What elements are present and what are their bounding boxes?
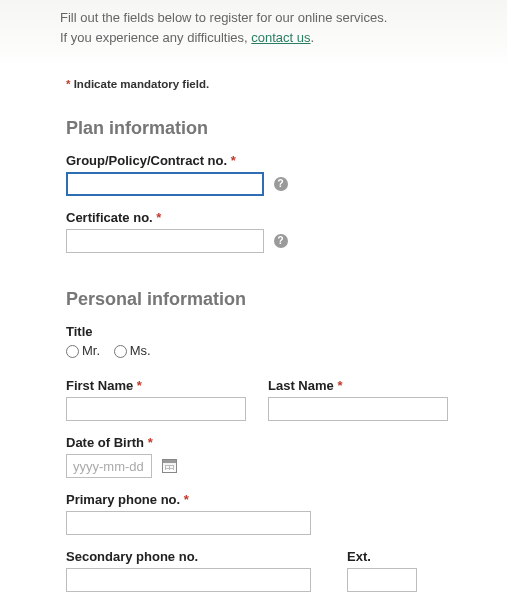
mandatory-note: * Indicate mandatory field.: [66, 78, 447, 90]
mandatory-text: Indicate mandatory field.: [70, 78, 209, 90]
secondary-phone-label: Secondary phone no.: [66, 549, 311, 564]
radio-ms[interactable]: [114, 345, 127, 358]
plan-info-heading: Plan information: [66, 118, 447, 139]
radio-mr[interactable]: [66, 345, 79, 358]
contact-us-link[interactable]: contact us: [251, 30, 310, 45]
last-name-label: Last Name *: [268, 378, 448, 393]
primary-phone-label: Primary phone no. *: [66, 492, 447, 507]
intro-line2: If you experience any difficulties, cont…: [60, 28, 447, 48]
cert-no-field: Certificate no. * ?: [66, 210, 447, 253]
intro-line2-pre: If you experience any difficulties,: [60, 30, 251, 45]
title-radios: Mr. Ms.: [66, 343, 447, 358]
cert-no-label: Certificate no. *: [66, 210, 447, 225]
help-icon[interactable]: ?: [274, 234, 288, 248]
first-name-label: First Name *: [66, 378, 246, 393]
help-icon[interactable]: ?: [274, 177, 288, 191]
ext-field: Ext.: [347, 549, 417, 592]
calendar-icon[interactable]: [162, 459, 177, 473]
ext-label: Ext.: [347, 549, 417, 564]
group-no-input[interactable]: [66, 172, 264, 196]
dob-label: Date of Birth *: [66, 435, 447, 450]
primary-phone-field: Primary phone no. *: [66, 492, 447, 535]
intro-block: Fill out the fields below to register fo…: [0, 0, 507, 66]
radio-ms-label[interactable]: Ms.: [114, 343, 151, 358]
last-name-field: Last Name *: [268, 378, 448, 421]
title-label: Title: [66, 324, 447, 339]
group-no-label: Group/Policy/Contract no. *: [66, 153, 447, 168]
secondary-phone-input[interactable]: [66, 568, 311, 592]
first-name-input[interactable]: [66, 397, 246, 421]
radio-mr-label[interactable]: Mr.: [66, 343, 100, 358]
primary-phone-input[interactable]: [66, 511, 311, 535]
intro-line1: Fill out the fields below to register fo…: [60, 8, 447, 28]
group-no-field: Group/Policy/Contract no. * ?: [66, 153, 447, 196]
cert-no-input[interactable]: [66, 229, 264, 253]
first-name-field: First Name *: [66, 378, 246, 421]
personal-info-heading: Personal information: [66, 289, 447, 310]
dob-field: Date of Birth *: [66, 435, 447, 478]
last-name-input[interactable]: [268, 397, 448, 421]
secondary-phone-field: Secondary phone no.: [66, 549, 311, 592]
ext-input[interactable]: [347, 568, 417, 592]
intro-line2-post: .: [311, 30, 315, 45]
dob-input[interactable]: [66, 454, 152, 478]
title-field: Title Mr. Ms.: [66, 324, 447, 358]
